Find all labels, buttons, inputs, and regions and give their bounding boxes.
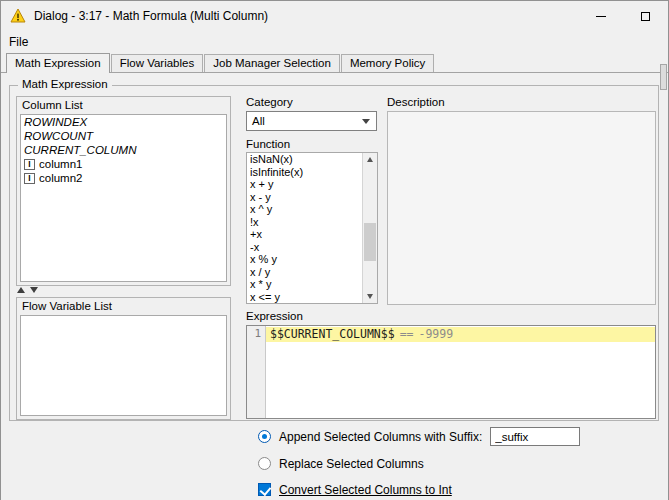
column-item-label: ROWCOUNT (24, 130, 93, 142)
replace-radio[interactable] (258, 457, 271, 470)
append-radio[interactable] (258, 430, 271, 443)
flow-variable-list-title: Flow Variable List (22, 300, 112, 312)
line-number-gutter: 1 (247, 326, 266, 418)
integer-type-icon: I (24, 173, 35, 184)
append-label[interactable]: Append Selected Columns with Suffix: (279, 430, 482, 444)
column-item-current-column[interactable]: CURRENT_COLUMN (21, 143, 226, 157)
scroll-down-icon (367, 294, 373, 299)
column-item-rowcount[interactable]: ROWCOUNT (21, 129, 226, 143)
divider-up-icon[interactable] (17, 287, 25, 293)
column-list-title: Column List (22, 99, 83, 111)
column-list: ROWINDEX ROWCOUNT CURRENT_COLUMN I colum… (20, 114, 227, 282)
group-title: Math Expression (18, 78, 112, 90)
suffix-input[interactable] (490, 427, 580, 446)
description-panel (387, 111, 656, 305)
dialog-window: Dialog - 3:17 - Math Formula (Multi Colu… (0, 0, 669, 500)
warning-icon (10, 8, 26, 24)
function-item[interactable]: -x (247, 241, 362, 254)
tab-strip: Math Expression Flow Variables Job Manag… (1, 52, 668, 73)
function-label: Function (246, 138, 290, 150)
category-selected-value: All (252, 115, 265, 127)
function-list: isNaN(x) isInfinite(x) x + y x - y x ^ y… (246, 152, 378, 304)
scroll-down-button[interactable] (363, 290, 377, 303)
integer-type-icon: I (24, 159, 35, 170)
tab-job-manager-selection[interactable]: Job Manager Selection (204, 54, 340, 72)
function-item[interactable]: isNaN(x) (247, 153, 362, 166)
chevron-down-icon (362, 119, 370, 124)
function-item[interactable]: x - y (247, 191, 362, 204)
menu-file[interactable]: File (1, 32, 36, 52)
convert-label[interactable]: Convert Selected Columns to Int (279, 483, 452, 497)
function-list-scrollbar (362, 153, 377, 303)
column-item-label: column1 (39, 158, 82, 170)
flow-variable-list (20, 315, 227, 416)
replace-label[interactable]: Replace Selected Columns (279, 457, 424, 471)
line-number: 1 (254, 327, 261, 340)
scroll-up-button[interactable] (363, 153, 377, 166)
scrollbar-thumb[interactable] (364, 223, 376, 261)
scroll-up-icon (367, 157, 373, 162)
column-item-label: ROWINDEX (24, 116, 87, 128)
current-code-line: $$CURRENT_COLUMN$$==-9999 (266, 327, 655, 342)
column-list-panel: Column List ROWINDEX ROWCOUNT CURRENT_CO… (16, 96, 231, 286)
function-item[interactable]: x % y (247, 253, 362, 266)
function-items: isNaN(x) isInfinite(x) x + y x - y x ^ y… (247, 153, 362, 303)
title-bar: Dialog - 3:17 - Math Formula (Multi Colu… (1, 1, 668, 31)
column-item-column1[interactable]: I column1 (21, 157, 226, 171)
minimize-icon (596, 16, 606, 17)
tab-flow-variables[interactable]: Flow Variables (111, 54, 204, 72)
column-item-label: column2 (39, 172, 82, 184)
append-option-row: Append Selected Columns with Suffix: (258, 427, 580, 446)
minimize-button[interactable] (578, 1, 623, 31)
function-item[interactable]: x * y (247, 278, 362, 291)
column-item-label: CURRENT_COLUMN (24, 144, 136, 156)
function-item[interactable]: x / y (247, 266, 362, 279)
convert-checkbox[interactable] (258, 483, 271, 496)
function-item[interactable]: x <= y (247, 291, 362, 304)
expression-code-area[interactable]: $$CURRENT_COLUMN$$==-9999 (266, 326, 655, 418)
tab-math-expression[interactable]: Math Expression (6, 53, 110, 73)
category-select[interactable]: All (246, 111, 377, 131)
description-label: Description (387, 96, 445, 108)
caption-buttons (578, 1, 668, 31)
content-scrollbar-thumb[interactable] (660, 64, 667, 90)
column-item-rowindex[interactable]: ROWINDEX (21, 115, 226, 129)
divider-down-icon[interactable] (30, 287, 38, 293)
code-token-variable: $$CURRENT_COLUMN$$ (270, 327, 395, 341)
panel-divider-controls (17, 287, 38, 293)
maximize-icon (641, 12, 650, 21)
maximize-button[interactable] (623, 1, 668, 31)
expression-editor: 1 $$CURRENT_COLUMN$$==-9999 (246, 325, 656, 419)
expression-label: Expression (246, 310, 303, 322)
window-title: Dialog - 3:17 - Math Formula (Multi Colu… (34, 9, 268, 23)
column-item-column2[interactable]: I column2 (21, 171, 226, 185)
code-token-operator: == (400, 327, 414, 341)
menu-bar: File (1, 31, 668, 52)
math-expression-group: Math Expression Column List ROWINDEX ROW… (9, 85, 659, 421)
function-item[interactable]: !x (247, 216, 362, 229)
convert-option-row: Convert Selected Columns to Int (258, 480, 452, 499)
function-item[interactable]: +x (247, 228, 362, 241)
category-label: Category (246, 96, 293, 108)
function-item[interactable]: x + y (247, 178, 362, 191)
code-token-number: -9999 (418, 327, 453, 341)
replace-option-row: Replace Selected Columns (258, 454, 424, 473)
tab-memory-policy[interactable]: Memory Policy (341, 54, 434, 72)
function-item[interactable]: x ^ y (247, 203, 362, 216)
flow-variable-list-panel: Flow Variable List (16, 297, 231, 420)
function-item[interactable]: isInfinite(x) (247, 166, 362, 179)
